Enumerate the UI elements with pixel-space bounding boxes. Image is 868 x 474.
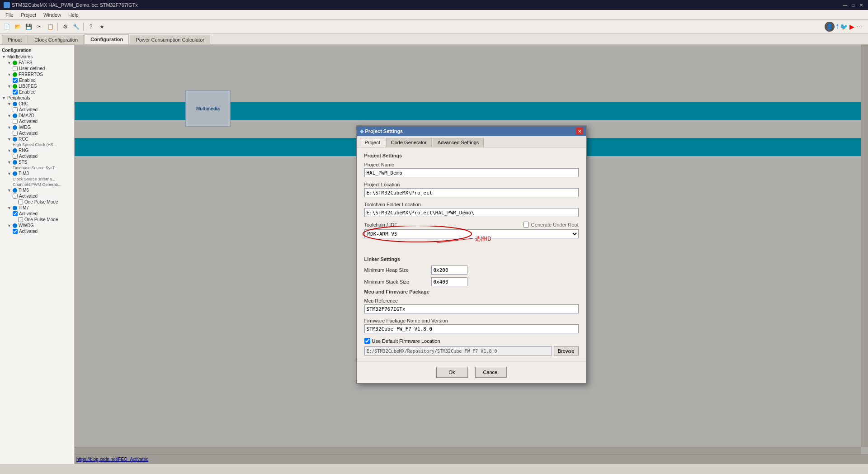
open-button[interactable]: 📂 [13, 22, 23, 32]
checkbox-rng-activated[interactable] [13, 154, 18, 159]
dot-freertos [13, 72, 17, 77]
use-default-firmware-checkbox[interactable] [364, 338, 370, 344]
expander-middlewares: ▼ [2, 55, 7, 59]
dialog-tab-project[interactable]: Project [360, 138, 385, 147]
generate-root-label: Generate Under Root [531, 222, 578, 228]
sidebar-item-sts[interactable]: ▼ STS [0, 159, 74, 165]
toolchain-ide-select[interactable]: MDK-ARM V5 MDK-ARM V4 EWARM SW4STM32 Tru… [364, 229, 579, 238]
generate-root-checkbox[interactable] [523, 222, 529, 228]
close-button[interactable]: ✕ [858, 2, 864, 8]
section-title-linker: Linker Settings [364, 256, 579, 262]
sidebar-item-wwdg-activated[interactable]: Activated [0, 228, 74, 234]
dialog-icon: ◆ [360, 128, 363, 134]
sidebar-item-crc[interactable]: ▼ CRC [0, 101, 74, 107]
sidebar-item-peripherals[interactable]: ▼ Peripherals [0, 95, 74, 101]
sidebar-item-tim7[interactable]: ▼ TIM7 [0, 205, 74, 211]
toolbar-btn-4[interactable]: ✂ [34, 22, 44, 32]
sidebar-item-freertos[interactable]: ▼ FREERTOS [0, 71, 74, 77]
sidebar-item-freertos-enabled[interactable]: Enabled [0, 77, 74, 83]
menu-window[interactable]: Window [40, 11, 65, 19]
toolbar-btn-7[interactable]: 🔧 [71, 22, 81, 32]
sidebar-item-libjpeg-enabled[interactable]: Enabled [0, 89, 74, 95]
toolbar-btn-6[interactable]: ⚙ [60, 22, 70, 32]
linker-stack-row: Minimum Stack Size [364, 277, 579, 286]
toolchain-folder-group: Toolchain Folder Location [364, 202, 579, 217]
minimize-button[interactable]: — [842, 2, 848, 8]
firmware-package-label: Firmware Package Name and Version [364, 318, 579, 323]
checkbox-tim6-activated[interactable] [13, 194, 18, 199]
sidebar-item-rcc[interactable]: ▼ RCC [0, 136, 74, 142]
project-name-input[interactable] [364, 168, 579, 177]
maximize-button[interactable]: □ [850, 2, 856, 8]
linker-heap-label: Minimum Heap Size [364, 267, 428, 273]
checkbox-iwdg-activated[interactable] [13, 131, 18, 136]
sidebar-item-user-defined[interactable]: User-defined [0, 66, 74, 71]
dialog-close-button[interactable]: ✕ [576, 128, 583, 135]
checkbox-tim7-onepulse[interactable] [18, 217, 23, 222]
sidebar-item-iwdg[interactable]: ▼ IWDG [0, 124, 74, 130]
social-icon-2: 🐦 [840, 23, 848, 30]
project-name-group: Project Name [364, 162, 579, 177]
sidebar-item-tim6-onepulse[interactable]: One Pulse Mode [0, 199, 74, 205]
firmware-package-input[interactable] [364, 324, 579, 333]
sidebar: Configuration ▼ Middlewares ▼ FATFS User… [0, 45, 75, 464]
save-button[interactable]: 💾 [24, 22, 33, 32]
dialog-tab-code-generator[interactable]: Code Generator [386, 138, 432, 147]
new-button[interactable]: 📄 [2, 22, 12, 32]
linker-heap-input[interactable] [431, 265, 467, 275]
browse-button[interactable]: Browse [554, 346, 579, 356]
sidebar-item-crc-activated[interactable]: Activated [0, 107, 74, 113]
sidebar-item-tim7-activated[interactable]: Activated [0, 211, 74, 217]
cancel-button[interactable]: Cancel [475, 367, 507, 378]
toolbar-btn-5[interactable]: 📋 [45, 22, 55, 32]
firmware-path-input[interactable] [364, 346, 552, 356]
sidebar-item-fatfs[interactable]: ▼ FATFS [0, 60, 74, 66]
toolchain-folder-input[interactable] [364, 208, 579, 217]
menu-help[interactable]: Help [65, 11, 82, 19]
linker-stack-input[interactable] [431, 277, 467, 286]
mcu-reference-group: Mcu Reference [364, 298, 579, 313]
toolbar-separator-2 [83, 23, 84, 31]
tab-clock[interactable]: Clock Configuration [28, 35, 84, 44]
checkbox-tim6-onepulse[interactable] [18, 199, 23, 204]
sidebar-item-libjpeg[interactable]: ▼ LIBJPEG [0, 83, 74, 89]
sidebar-item-dma2d[interactable]: ▼ DMA2D [0, 113, 74, 118]
tab-power[interactable]: Power Consumption Calculator [130, 35, 210, 44]
star-button[interactable]: ★ [97, 22, 107, 32]
app-icon [4, 2, 10, 8]
checkbox-libjpeg-enabled[interactable] [13, 90, 18, 95]
svg-line-1 [437, 238, 473, 243]
sidebar-item-tim6[interactable]: ▼ TIM6 [0, 187, 74, 193]
help-button[interactable]: ? [86, 22, 96, 32]
sidebar-item-iwdg-activated[interactable]: Activated [0, 130, 74, 136]
social-icon-4: ⋯ [856, 23, 863, 30]
sidebar-item-tim6-activated[interactable]: Activated [0, 193, 74, 199]
sidebar-item-dma2d-activated[interactable]: Activated [0, 118, 74, 124]
menu-project[interactable]: Project [17, 11, 40, 19]
ok-button[interactable]: Ok [436, 367, 468, 378]
dialog-tab-advanced[interactable]: Advanced Settings [433, 138, 484, 147]
sidebar-item-rng-activated[interactable]: Activated [0, 153, 74, 159]
checkbox-crc-activated[interactable] [13, 107, 18, 112]
checkbox-dma2d-activated[interactable] [13, 119, 18, 124]
checkbox-tim7-activated[interactable] [13, 211, 18, 216]
sidebar-item-tim3[interactable]: ▼ TIM3 [0, 171, 74, 176]
menu-file[interactable]: File [2, 11, 17, 19]
sidebar-item-middlewares[interactable]: ▼ Middlewares [0, 54, 74, 60]
mcu-reference-input[interactable] [364, 304, 579, 313]
project-location-input[interactable] [364, 188, 579, 197]
modal-overlay: ◆ Project Settings ✕ Project Code Genera… [75, 45, 868, 464]
content-area: Multimedia Control ⚙ Security https://bl… [75, 45, 868, 464]
tab-pinout[interactable]: Pinout [2, 35, 28, 44]
firmware-package-group: Firmware Package Name and Version [364, 318, 579, 333]
sidebar-item-wwdg[interactable]: ▼ WWDG [0, 223, 74, 228]
sidebar-item-rng[interactable]: ▼ RNG [0, 147, 74, 153]
sidebar-item-tim7-onepulse[interactable]: One Pulse Mode [0, 217, 74, 223]
social-icon-3: ▶ [849, 23, 854, 30]
checkbox-freertos-enabled[interactable] [13, 78, 18, 83]
dialog-title-bar: ◆ Project Settings ✕ [357, 126, 586, 136]
checkbox-wwdg-activated[interactable] [13, 229, 18, 234]
tab-configuration[interactable]: Configuration [85, 34, 129, 44]
project-location-group: Project Location [364, 182, 579, 197]
checkbox-user-defined[interactable] [13, 66, 18, 71]
